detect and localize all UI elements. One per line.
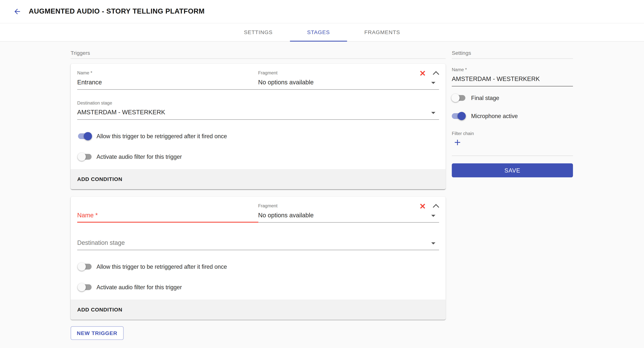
triggers-section-title: Triggers <box>71 50 446 59</box>
destination-value[interactable]: AMSTERDAM - WESTERKERK <box>77 109 439 116</box>
delete-trigger-icon[interactable]: ✕ <box>419 70 426 77</box>
name-label: Name * <box>77 70 258 76</box>
fragment-value[interactable]: No options available <box>258 212 439 219</box>
retrigger-label: Allow this trigger to be retriggered aft… <box>96 263 227 270</box>
fragment-select[interactable]: Fragment No options available <box>258 203 439 223</box>
destination-stage-select[interactable]: Destination stage <box>77 239 439 250</box>
settings-panel: Settings Name * AMSTERDAM - WESTERKERK F… <box>452 50 573 177</box>
retrigger-toggle[interactable] <box>78 132 92 140</box>
audio-filter-label: Activate audio filter for this trigger <box>96 153 182 160</box>
delete-trigger-icon[interactable]: ✕ <box>419 203 426 210</box>
back-button[interactable] <box>12 7 22 16</box>
tab-stages[interactable]: STAGES <box>290 24 347 41</box>
tab-bar: SETTINGS STAGES FRAGMENTS <box>0 24 644 42</box>
chevron-up-icon <box>432 204 439 210</box>
dropdown-caret-icon <box>431 242 435 244</box>
arrow-back-icon <box>13 7 22 16</box>
destination-label: Destination stage <box>77 100 439 106</box>
final-stage-toggle[interactable] <box>452 94 466 102</box>
microphone-toggle[interactable] <box>452 112 466 120</box>
dropdown-caret-icon <box>431 215 435 217</box>
fragment-select[interactable]: Fragment No options available <box>258 70 439 90</box>
add-filter-button[interactable]: + <box>452 136 463 148</box>
retrigger-toggle[interactable] <box>78 263 92 271</box>
final-stage-label: Final stage <box>471 95 499 101</box>
collapse-trigger-button[interactable] <box>432 203 439 210</box>
collapse-trigger-button[interactable] <box>432 70 439 77</box>
triggers-section: Triggers ✕ Name * Entrance F <box>71 50 446 340</box>
fragment-label: Fragment <box>258 70 439 76</box>
trigger-name-field[interactable]: Name * Entrance <box>77 70 258 90</box>
filter-chain-label: Filter chain <box>452 131 573 136</box>
fragment-value[interactable]: No options available <box>258 79 439 86</box>
dropdown-caret-icon <box>431 112 435 114</box>
stage-name-input[interactable]: AMSTERDAM - WESTERKERK <box>452 75 573 83</box>
trigger-card-1: ✕ Name * Entrance Fragment No options av… <box>71 64 446 189</box>
new-trigger-button[interactable]: NEW TRIGGER <box>71 326 124 340</box>
stage-name-label: Name * <box>452 67 573 72</box>
add-condition-button[interactable]: ADD CONDITION <box>71 169 446 189</box>
page-title: AUGMENTED AUDIO - STORY TELLING PLATFORM <box>29 7 205 16</box>
plus-icon: + <box>454 136 461 148</box>
name-input[interactable]: Entrance <box>77 79 258 86</box>
save-button[interactable]: SAVE <box>452 163 573 177</box>
add-condition-button[interactable]: ADD CONDITION <box>71 300 446 320</box>
tab-settings[interactable]: SETTINGS <box>227 24 290 41</box>
audio-filter-label: Activate audio filter for this trigger <box>96 284 182 291</box>
fragment-label: Fragment <box>258 203 439 209</box>
stage-name-field[interactable]: Name * AMSTERDAM - WESTERKERK <box>452 67 573 86</box>
chevron-up-icon <box>432 71 439 77</box>
audio-filter-toggle[interactable] <box>78 153 92 161</box>
destination-placeholder[interactable]: Destination stage <box>77 239 439 246</box>
tab-fragments[interactable]: FRAGMENTS <box>347 24 417 41</box>
retrigger-label: Allow this trigger to be retriggered aft… <box>96 133 227 139</box>
trigger-name-field[interactable]: Name * <box>77 203 258 223</box>
destination-stage-select[interactable]: Destination stage AMSTERDAM - WESTERKERK <box>77 100 439 120</box>
trigger-card-2: ✕ Name * Fragment No options available <box>71 197 446 319</box>
audio-filter-toggle[interactable] <box>78 283 92 291</box>
name-input[interactable]: Name * <box>77 212 258 219</box>
app-header: AUGMENTED AUDIO - STORY TELLING PLATFORM <box>0 0 644 24</box>
dropdown-caret-icon <box>431 82 435 84</box>
settings-section-title: Settings <box>452 50 573 59</box>
microphone-label: Microphone active <box>471 113 518 119</box>
main-content: Triggers ✕ Name * Entrance F <box>0 42 644 340</box>
